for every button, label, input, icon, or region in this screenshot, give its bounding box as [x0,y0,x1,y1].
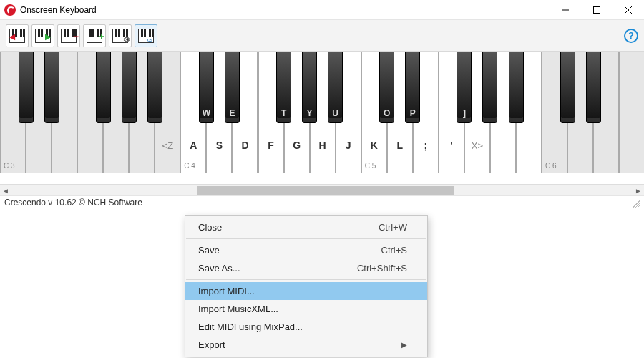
menu-separator [186,279,426,280]
menu-item-label: Import MusicXML... [198,304,407,314]
submenu-arrow-icon: ▶ [401,341,407,349]
menu-item-label: Save As... [198,263,357,274]
menu-item[interactable]: Save As...Ctrl+Shift+S [185,259,427,277]
horizontal-scrollbar[interactable]: ◄ ► [0,184,644,195]
minimize-button[interactable] [550,0,581,19]
black-key[interactable]: P [405,52,420,123]
menu-item-shortcut: Ctrl+S [381,245,407,256]
key-label: F [259,140,283,151]
key-label: L [388,140,412,151]
piano-area: C 3<ZAC 4SDFGHJKC 5L;'X>C 6WETYUOP] [0,52,644,184]
key-label: Y [303,108,316,118]
black-key[interactable] [44,52,59,123]
key-label: K [362,140,386,151]
toolbar-octave-up-button[interactable]: ► [31,24,54,47]
status-text: Crescendo v 10.62 © NCH Software [4,198,142,208]
black-key[interactable] [560,52,575,123]
window-title: Onscreen Keyboard [20,5,550,15]
menu-item[interactable]: Import MIDI... [185,282,427,300]
key-label: ' [439,140,464,151]
toolbar-remove-octave-button[interactable]: − [57,24,80,47]
menu-separator [186,238,426,239]
key-label: H [311,140,335,151]
scroll-left-arrow[interactable]: ◄ [0,185,11,196]
key-label: P [406,108,419,118]
white-key[interactable] [619,52,644,173]
key-label: D [233,140,257,151]
black-key[interactable]: U [328,52,343,123]
scroll-right-arrow[interactable]: ► [633,185,644,196]
scroll-thumb[interactable] [197,186,454,195]
black-key[interactable] [147,52,162,123]
key-label: ] [457,108,471,118]
black-key[interactable]: O [379,52,394,123]
toolbar-buttons: ◄►−+⚙cs [6,24,157,47]
octave-label: C 3 [4,162,15,170]
toolbar-keyboard-settings-button[interactable]: ⚙ [109,24,132,47]
maximize-button[interactable] [581,0,613,19]
black-key[interactable] [96,52,111,123]
menu-item-shortcut: Ctrl+W [379,222,407,233]
status-bar: Crescendo v 10.62 © NCH Software [0,195,644,210]
nav-label: <Z [155,140,180,151]
menu-item[interactable]: CloseCtrl+W [185,218,427,236]
key-label: A [181,140,205,151]
menu-item[interactable]: SaveCtrl+S [185,241,427,259]
resize-grip[interactable] [630,198,640,208]
help-button[interactable]: ? [624,29,638,43]
menu-item-label: Save [198,245,381,256]
octave-label: C 6 [545,162,557,170]
octave-label: C 4 [184,162,195,170]
window-controls [550,0,644,19]
key-label: O [380,108,394,118]
menu-item-shortcut: Ctrl+Shift+S [357,263,407,274]
octave-label: C 5 [365,162,376,170]
black-key[interactable] [586,52,601,123]
nav-label: X> [465,140,489,151]
titlebar: Onscreen Keyboard [0,0,644,20]
black-key[interactable] [509,52,524,123]
menu-item[interactable]: Import MusicXML... [185,300,427,318]
context-menu: CloseCtrl+WSaveCtrl+SSave As...Ctrl+Shif… [185,215,428,357]
black-key[interactable] [122,52,137,123]
black-key[interactable]: ] [457,52,472,123]
key-label: E [225,108,239,118]
menu-item-label: Close [198,222,379,233]
black-key[interactable]: E [225,52,240,123]
key-label: W [200,108,213,118]
key-label: U [328,108,342,118]
menu-item-label: Edit MIDI using MixPad... [198,321,407,332]
svg-rect-1 [594,6,600,13]
menu-item[interactable]: Edit MIDI using MixPad... [185,318,427,336]
toolbar: ◄►−+⚙cs ? [0,20,644,52]
black-key[interactable]: Y [302,52,317,123]
piano-keys: C 3<ZAC 4SDFGHJKC 5L;'X>C 6WETYUOP] [0,52,644,173]
toolbar-add-octave-button[interactable]: + [83,24,106,47]
toolbar-octave-down-button[interactable]: ◄ [6,24,29,47]
menu-item-label: Export [198,339,397,350]
key-label: G [285,140,309,151]
key-label: ; [414,140,438,151]
key-label: T [277,108,291,118]
menu-item[interactable]: Export▶ [185,336,427,354]
key-label: S [207,140,231,151]
key-label: J [336,140,361,151]
toolbar-toggle-labels-button[interactable]: cs [135,24,157,47]
black-key[interactable] [19,52,34,123]
menu-item-label: Import MIDI... [198,286,407,296]
black-key[interactable] [482,52,497,123]
app-icon [4,4,16,16]
black-key[interactable]: W [199,52,214,123]
close-button[interactable] [613,0,644,19]
black-key[interactable]: T [276,52,291,123]
